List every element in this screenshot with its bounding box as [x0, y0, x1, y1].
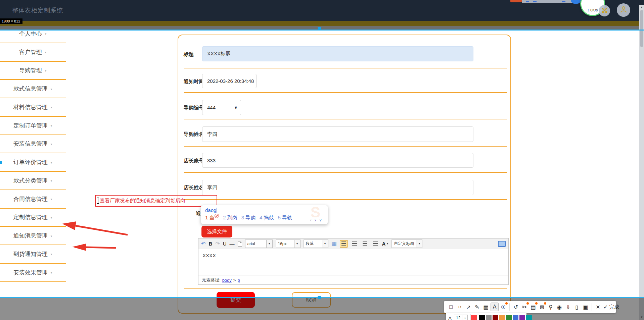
record-tool[interactable]: ◉: [555, 303, 563, 311]
ime-expand-icon[interactable]: ∨: [319, 218, 322, 222]
annotation-text-box[interactable]: 查看厂家发布的通知消息确定到货后向: [95, 195, 217, 207]
sidebar-item[interactable]: 定制信息管理 ▼: [0, 209, 66, 227]
color-swatch[interactable]: [493, 315, 498, 320]
guide-name-input[interactable]: 李四: [202, 126, 473, 142]
editor-document-icon[interactable]: [238, 241, 242, 247]
fullscreen-preview-icon[interactable]: [498, 241, 506, 247]
arrow-tool[interactable]: ↗: [464, 303, 472, 311]
selection-handle-bottom[interactable]: [318, 296, 321, 299]
manager-account-input[interactable]: 333: [202, 153, 473, 168]
save-tool[interactable]: ⇩: [564, 303, 572, 311]
guide-no-select[interactable]: 444 ∨: [202, 100, 241, 115]
color-swatch[interactable]: [479, 315, 485, 320]
selection-top-edge: [0, 30, 644, 31]
sidebar-item[interactable]: 安装效果管理 ▼: [0, 264, 66, 282]
paragraph-format-select[interactable]: 段落 ▼: [304, 239, 328, 248]
caret-down-icon: ▼: [50, 253, 53, 256]
caret-down-icon: ▼: [50, 235, 53, 238]
pen-tool[interactable]: ✎: [473, 303, 481, 311]
pin-tool[interactable]: ⚲: [547, 303, 555, 311]
browser-fragment-icon: [526, 1, 529, 2]
ime-composition: daog: [205, 207, 324, 213]
snip-toolbar: □ ○ ↗ ✎ ▦ A ① ↺ ✂ ▤: [444, 301, 616, 313]
annotation-font-size-select[interactable]: 12 ▼: [454, 315, 468, 320]
ime-candidate[interactable]: 5导轨: [278, 215, 292, 221]
sidebar-item[interactable]: 款式信息管理 ▼: [0, 80, 66, 98]
close-tool[interactable]: ✕: [594, 303, 602, 311]
sidebar-item[interactable]: 订单评价管理 ▼: [0, 153, 66, 172]
scrollbar-thumb[interactable]: [640, 10, 643, 47]
rect-tool[interactable]: □: [447, 303, 455, 311]
notification-form-panel: 标题 XXXX标题 通知时间 2022-03-26 20:34:48 导购编号 …: [178, 35, 511, 314]
sidebar-item[interactable]: 到货通知管理 ▼: [0, 245, 66, 264]
editor-underline-icon[interactable]: U: [223, 241, 227, 246]
sidebar-item[interactable]: 通知消息管理 ▼: [0, 227, 66, 245]
ime-candidate[interactable]: 1当: [205, 215, 219, 221]
insert-table-icon[interactable]: ▦: [331, 240, 337, 247]
page-scrollbar[interactable]: ▲ ▼: [639, 5, 644, 320]
align-justify-icon[interactable]: [372, 241, 379, 247]
mosaic-tool[interactable]: ▦: [482, 303, 490, 311]
color-swatch[interactable]: [499, 315, 505, 320]
editor-undo-icon[interactable]: ↶: [201, 241, 205, 247]
row-separator: [184, 146, 507, 147]
font-size-icon: A: [448, 315, 452, 320]
notify-time-input[interactable]: 2022-03-26 20:34:48: [202, 74, 257, 88]
sidebar-item[interactable]: 客户管理 ▼: [0, 43, 66, 62]
editor-content[interactable]: XXXX: [198, 249, 508, 275]
sidebar-item[interactable]: 安装信息管理 ▼: [0, 135, 66, 154]
snip-tools: □ ○ ↗ ✎ ▦ A ① ↺ ✂ ▤: [447, 303, 602, 311]
translate-tool[interactable]: ▤: [529, 303, 537, 311]
toolbar-separator: [509, 303, 510, 311]
ellipse-tool[interactable]: ○: [456, 303, 464, 311]
manager-name-input[interactable]: 李四: [202, 180, 473, 195]
scroll-up-icon[interactable]: ▲: [639, 6, 644, 9]
title-input[interactable]: XXXX标题: [202, 46, 473, 61]
sidebar-item[interactable]: 定制订单管理 ▼: [0, 117, 66, 135]
ime-candidate[interactable]: 3导购: [241, 215, 256, 221]
editor-hr-icon[interactable]: —: [230, 241, 235, 246]
caret-down-icon: ▼: [50, 88, 53, 91]
device-tool[interactable]: ▯: [573, 303, 581, 311]
user-button[interactable]: [617, 3, 630, 17]
ocr-tool[interactable]: ⊠: [538, 303, 546, 311]
expand-arrows-icon: [602, 7, 607, 14]
toolbar-separator: [592, 303, 592, 311]
selection-handle-left[interactable]: [0, 161, 2, 164]
choose-file-button[interactable]: 选择文件: [201, 226, 232, 237]
color-swatch[interactable]: [519, 315, 525, 320]
sidebar-item[interactable]: 导购管理 ▼: [0, 62, 66, 80]
align-right-icon[interactable]: [351, 241, 358, 247]
text-tool[interactable]: A: [491, 303, 499, 311]
editor-redo-icon[interactable]: ↷: [215, 241, 220, 247]
ime-candidate[interactable]: 2到岗: [223, 215, 237, 221]
selection-handle-top[interactable]: [318, 27, 321, 30]
font-color-tool[interactable]: A ▼: [382, 241, 389, 247]
expand-button[interactable]: [599, 5, 610, 16]
align-center-icon[interactable]: [361, 241, 369, 247]
trim-tool[interactable]: ✂: [520, 303, 528, 311]
font-size-select[interactable]: 16px ▼: [276, 239, 301, 248]
path-node-body[interactable]: body: [222, 278, 232, 283]
editor-bold-icon[interactable]: B: [209, 241, 212, 246]
path-node-p[interactable]: p: [237, 278, 240, 283]
ime-candidate[interactable]: 4捣鼓: [260, 215, 274, 221]
sidebar-item[interactable]: 材料信息管理 ▼: [0, 98, 66, 117]
sidebar-item[interactable]: 款式分类管理 ▼: [0, 172, 66, 190]
color-swatch[interactable]: [470, 314, 478, 320]
color-swatch[interactable]: [513, 315, 518, 320]
sidebar-item[interactable]: 合同信息管理 ▼: [0, 190, 66, 209]
font-family-select[interactable]: arial ▼: [245, 239, 273, 248]
ime-prev-icon[interactable]: ‹: [310, 217, 312, 223]
color-swatch[interactable]: [486, 315, 492, 320]
custom-style-select[interactable]: 自定义标题 ▼: [392, 239, 422, 248]
align-left-icon[interactable]: [340, 240, 348, 248]
step-number-tool[interactable]: ①: [499, 303, 507, 311]
ime-next-icon[interactable]: ›: [315, 217, 316, 223]
undo-tool[interactable]: ↺: [512, 303, 520, 311]
color-swatch[interactable]: [526, 315, 532, 320]
confirm-button[interactable]: ✓ 完成: [603, 304, 619, 310]
guide-name-label: 导购姓名: [184, 131, 204, 138]
color-swatch[interactable]: [506, 315, 512, 320]
bookmark-tool[interactable]: ▣: [582, 303, 590, 311]
